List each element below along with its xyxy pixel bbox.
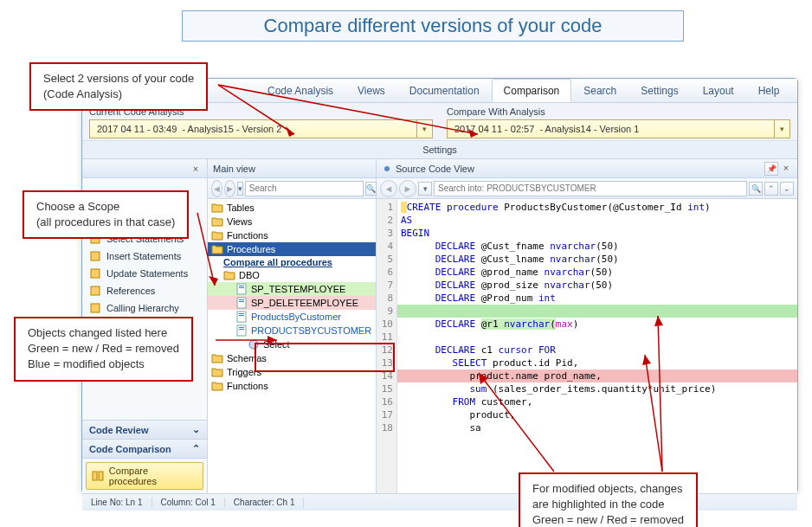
folder-icon: [211, 202, 223, 214]
folder-icon: [211, 380, 223, 392]
tree-item-dbo[interactable]: DBO: [208, 268, 376, 282]
code-nav-fwd-icon[interactable]: ►: [399, 180, 416, 197]
nav-fwd-icon[interactable]: ►: [224, 180, 235, 197]
current-analysis-input[interactable]: [89, 119, 417, 138]
svg-rect-27: [239, 299, 244, 300]
scope-item-calling-hierarchy[interactable]: Calling Hierarchy: [82, 299, 207, 317]
status-char: Character: Ch 1: [225, 498, 305, 507]
source-view-tab[interactable]: Source Code View 📌 ×: [377, 159, 797, 178]
svg-rect-33: [239, 327, 244, 328]
tree-item-sp-delete[interactable]: SP_DELETEEMPLOYEE: [208, 296, 376, 310]
callout-select-versions: Select 2 versions of your code(Code Anal…: [29, 62, 208, 111]
code-line-14: product.name prod_name,: [397, 370, 797, 382]
scope-icon: [89, 285, 101, 297]
code-search-icon[interactable]: 🔍: [749, 182, 763, 196]
svg-rect-17: [91, 252, 100, 260]
svg-rect-20: [91, 304, 100, 312]
accordion-code-review[interactable]: Code Review⌄: [82, 421, 207, 440]
compare-analysis-dropdown[interactable]: ▾: [775, 119, 790, 138]
accordion-code-comparison[interactable]: Code Comparison⌃: [82, 440, 207, 459]
menu-tab-layout[interactable]: Layout: [691, 79, 746, 102]
tree-item-select[interactable]: Select: [208, 337, 376, 351]
code-nav-back-icon[interactable]: ◄: [380, 180, 397, 197]
tree-item-pbc-upper[interactable]: PRODUCTSBYCUSTOMER: [208, 324, 376, 337]
code-expand-icon[interactable]: ⌄: [780, 182, 794, 196]
menu-tab-views[interactable]: Views: [345, 79, 397, 102]
menu-tab-help[interactable]: Help: [746, 79, 792, 102]
svg-rect-29: [237, 312, 246, 322]
tree-item-sp-test[interactable]: SP_TESTEMPLOYEE: [208, 282, 376, 296]
tree-item-functions2[interactable]: Functions: [208, 379, 376, 393]
compare-icon: [92, 470, 104, 482]
folder-icon: [211, 215, 223, 228]
scope-item-references[interactable]: References: [82, 282, 207, 299]
callout-choose-scope: Choose a Scope(all procedures in that ca…: [23, 190, 189, 239]
proc-icon: [235, 283, 248, 295]
tree-item-views[interactable]: Views: [208, 215, 376, 228]
tree-item-functions[interactable]: Functions: [208, 228, 376, 242]
code-line-5: DECLARE @Cust_lname nvarchar(50): [397, 253, 797, 266]
tree-item-schemas[interactable]: Schemas: [208, 351, 376, 365]
folder-icon: [223, 269, 235, 281]
source-pane: Source Code View 📌 × ◄ ► ▾ 🔍 ⌃ ⌄ 1234567…: [377, 159, 797, 493]
code-line-2: AS: [397, 214, 797, 227]
menu-tab-code-analysis[interactable]: Code Analysis: [255, 79, 345, 102]
folder-icon: [211, 366, 223, 378]
status-line: Line No: Ln 1: [82, 498, 152, 507]
code-lines: CREATE procedure ProductsByCustomer(@Cus…: [397, 199, 797, 493]
proc-icon: [235, 325, 248, 337]
settings-bar[interactable]: Settings: [82, 141, 797, 159]
svg-rect-18: [91, 269, 100, 278]
close-source-icon[interactable]: ×: [780, 162, 792, 174]
code-collapse-icon[interactable]: ⌃: [764, 182, 778, 196]
main-view-tab[interactable]: Main view: [208, 159, 376, 178]
svg-rect-26: [237, 298, 246, 308]
status-col: Column: Col 1: [152, 498, 225, 507]
code-nav-dropdown-icon[interactable]: ▾: [418, 182, 432, 196]
svg-rect-32: [237, 325, 246, 336]
tree-item-triggers[interactable]: Triggers: [208, 365, 376, 379]
tree-pane: Main view ◄ ► ▾ 🔍 ⌃ ⌄ TablesViewsFunctio…: [208, 159, 377, 493]
tree-item-procedures[interactable]: Procedures: [208, 242, 376, 256]
page-title-banner: Compare different versions of your code: [182, 10, 684, 42]
code-search-input[interactable]: [434, 181, 747, 196]
line-gutter: 123456789101112131415161718: [377, 199, 397, 493]
scope-icon: [89, 267, 101, 280]
pin-icon[interactable]: 📌: [764, 162, 778, 176]
compare-analysis-input[interactable]: [447, 119, 775, 138]
code-line-15: sum (sales_order_items.quantity*unit_pri…: [397, 382, 797, 395]
code-line-4: DECLARE @Cust_fname nvarchar(50): [397, 240, 797, 253]
nav-dropdown-icon[interactable]: ▾: [237, 182, 243, 196]
menu-tab-search[interactable]: Search: [571, 79, 628, 102]
svg-rect-31: [239, 315, 244, 316]
code-line-18: sa: [397, 421, 797, 434]
app-window: Code AnalysisViewsDocumentationCompariso…: [81, 78, 798, 493]
tree-search-input[interactable]: [245, 181, 364, 196]
scope-item-insert-statements[interactable]: Insert Statements: [82, 247, 207, 265]
compare-procedures-button[interactable]: Compare procedures: [86, 462, 203, 490]
callout-objects-changed: Objects changed listed hereGreen = new /…: [14, 317, 193, 382]
nav-back-icon[interactable]: ◄: [211, 180, 222, 197]
scope-pane-header: ×: [82, 159, 207, 178]
tree-item-compare-all[interactable]: Compare all procedures: [208, 256, 376, 268]
code-line-13: SELECT product.id Pid,: [397, 357, 797, 370]
tree-toolbar: ◄ ► ▾ 🔍 ⌃ ⌄: [208, 178, 376, 199]
menu-tab-comparison[interactable]: Comparison: [492, 79, 572, 102]
search-icon[interactable]: 🔍: [365, 182, 377, 196]
code-line-17: product,: [397, 408, 797, 421]
scope-icon: [89, 250, 101, 262]
code-line-11: [397, 331, 797, 344]
menu-tab-documentation[interactable]: Documentation: [397, 79, 492, 102]
svg-rect-24: [239, 286, 244, 286]
menu-tab-settings[interactable]: Settings: [628, 79, 690, 102]
code-area[interactable]: 123456789101112131415161718 CREATE proce…: [377, 199, 797, 493]
current-analysis-dropdown[interactable]: ▾: [417, 119, 433, 138]
close-icon[interactable]: ×: [190, 163, 202, 175]
tree-item-tables[interactable]: Tables: [208, 201, 376, 215]
object-tree: TablesViewsFunctionsProceduresCompare al…: [208, 199, 376, 493]
proc-icon: [235, 311, 248, 323]
svg-rect-30: [239, 313, 244, 314]
scope-item-update-statements[interactable]: Update Statements: [82, 265, 207, 282]
tree-item-pbc-lower[interactable]: ProductsByCustomer: [208, 310, 376, 324]
code-line-7: DECLARE @prod_size nvarchar(50): [397, 279, 797, 292]
